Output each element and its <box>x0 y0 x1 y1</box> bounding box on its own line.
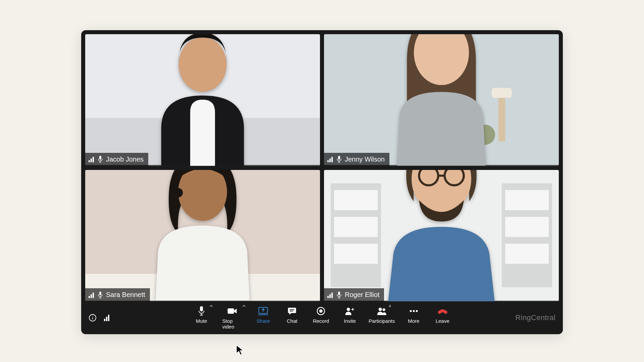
participant-tile[interactable]: Sara Bennett <box>85 170 320 302</box>
svg-rect-18 <box>99 292 101 295</box>
add-user-icon <box>345 306 355 316</box>
participant-avatar <box>141 34 265 166</box>
participant-tile[interactable]: Jacob Jones <box>85 34 320 166</box>
participant-name: Sara Bennett <box>106 291 145 299</box>
chevron-up-icon[interactable] <box>243 305 246 307</box>
toolbar-left <box>89 314 111 322</box>
button-label: Participants <box>369 318 395 324</box>
svg-point-57 <box>413 310 415 312</box>
signal-icon <box>327 292 333 298</box>
invite-button[interactable]: Invite <box>342 306 358 324</box>
participant-count-badge: 4 <box>389 304 391 308</box>
button-label: Share <box>257 318 270 324</box>
brand-logo: RingCentral <box>516 313 555 322</box>
svg-point-50 <box>319 309 323 313</box>
svg-point-56 <box>410 310 412 312</box>
signal-icon <box>327 156 333 162</box>
mute-button[interactable]: Mute <box>194 306 210 324</box>
svg-point-39 <box>92 316 93 317</box>
participant-avatar <box>368 34 515 166</box>
participants-button[interactable]: 4 Participants <box>371 306 393 324</box>
video-call-window: Jacob Jones Jenny Wilson <box>81 30 563 334</box>
stop-video-button[interactable]: Stop video <box>222 306 243 329</box>
svg-point-51 <box>347 308 350 311</box>
video-grid: Jacob Jones Jenny Wilson <box>81 30 563 301</box>
participant-label: Roger Elliot <box>324 288 384 301</box>
share-button[interactable]: Share <box>255 306 271 324</box>
button-label: Stop video <box>222 318 243 329</box>
participant-name: Jacob Jones <box>106 156 144 163</box>
button-label: Record <box>313 318 329 324</box>
record-icon <box>317 306 325 316</box>
cursor-icon <box>236 345 245 356</box>
more-button[interactable]: More <box>406 306 422 324</box>
svg-point-17 <box>173 188 183 197</box>
mic-icon <box>337 156 341 163</box>
mic-icon <box>98 156 103 163</box>
participant-label: Jacob Jones <box>85 153 148 166</box>
more-icon <box>409 306 418 316</box>
svg-point-2 <box>178 37 226 92</box>
svg-point-55 <box>383 308 385 311</box>
chat-icon <box>287 306 297 316</box>
connection-signal-icon[interactable] <box>104 314 111 321</box>
participant-tile[interactable]: Roger Elliot <box>324 170 559 302</box>
button-label: Mute <box>196 318 207 324</box>
svg-rect-11 <box>338 156 340 160</box>
mic-icon <box>198 306 205 316</box>
chevron-up-icon[interactable] <box>210 305 213 307</box>
record-button[interactable]: Record <box>313 306 329 324</box>
svg-point-16 <box>178 170 227 221</box>
svg-rect-40 <box>200 306 203 312</box>
participants-icon <box>376 306 387 316</box>
participant-label: Sara Bennett <box>85 288 150 301</box>
participant-avatar <box>361 170 522 302</box>
participant-tile[interactable]: Jenny Wilson <box>324 34 559 166</box>
button-label: Leave <box>436 318 449 324</box>
svg-point-58 <box>416 310 418 312</box>
camera-icon <box>227 306 237 316</box>
meeting-toolbar: Mute Stop video Share Chat <box>81 301 563 334</box>
svg-rect-34 <box>338 292 340 295</box>
toolbar-center: Mute Stop video Share Chat <box>194 306 451 329</box>
leave-button[interactable]: Leave <box>434 306 450 324</box>
button-label: Chat <box>287 318 298 324</box>
button-label: Invite <box>344 318 356 324</box>
mic-icon <box>337 292 341 298</box>
participant-name: Jenny Wilson <box>345 156 385 163</box>
participant-avatar <box>132 170 273 302</box>
hangup-icon <box>437 306 448 316</box>
participant-label: Jenny Wilson <box>324 153 389 166</box>
mic-icon <box>98 292 103 298</box>
signal-icon <box>89 292 95 298</box>
button-label: More <box>408 318 419 324</box>
share-screen-icon <box>258 306 268 316</box>
participant-name: Roger Elliot <box>345 291 379 299</box>
info-icon[interactable] <box>89 314 97 322</box>
svg-rect-43 <box>228 308 234 314</box>
svg-point-54 <box>379 308 382 311</box>
signal-icon <box>89 156 95 162</box>
svg-rect-46 <box>288 308 296 313</box>
svg-rect-3 <box>99 156 101 160</box>
chat-button[interactable]: Chat <box>284 306 300 324</box>
